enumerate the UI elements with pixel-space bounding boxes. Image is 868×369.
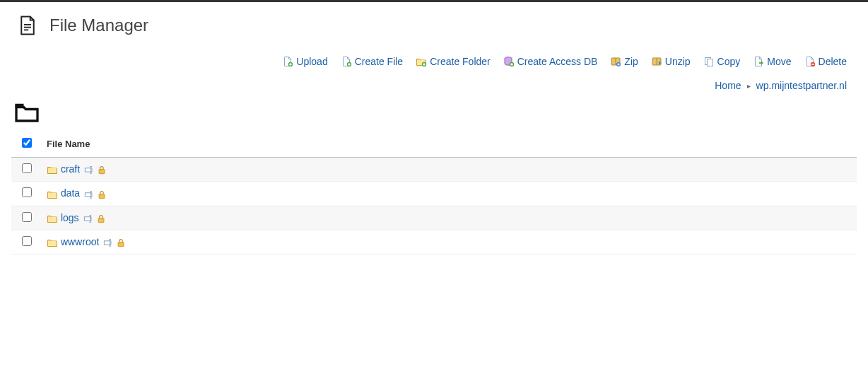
zip-label: Zip <box>624 56 638 67</box>
folder-link[interactable]: data <box>61 187 80 199</box>
rename-icon[interactable] <box>103 238 113 247</box>
delete-button[interactable]: Delete <box>804 56 847 67</box>
create-file-label: Create File <box>355 56 403 67</box>
folder-icon <box>47 213 58 224</box>
rename-icon[interactable] <box>84 189 94 199</box>
create-access-db-label: Create Access DB <box>517 56 598 67</box>
toolbar: Upload Create File Create Folder Create … <box>0 56 868 76</box>
table-row: craft <box>11 158 857 182</box>
folder-link[interactable]: craft <box>61 163 80 175</box>
select-all-header <box>11 132 42 158</box>
zip-button[interactable]: Zip <box>610 56 638 67</box>
page-title: File Manager <box>49 16 148 35</box>
folder-plus-icon <box>416 56 427 67</box>
lock-icon[interactable] <box>97 165 107 175</box>
breadcrumb-home[interactable]: Home <box>715 80 741 91</box>
create-folder-button[interactable]: Create Folder <box>416 56 491 67</box>
lock-icon[interactable] <box>96 213 106 223</box>
file-table: File Name craft data logs wwwroot <box>11 132 857 254</box>
file-manager-icon <box>17 15 38 36</box>
row-checkbox[interactable] <box>22 212 32 222</box>
breadcrumb-sep-icon: ▸ <box>747 82 751 90</box>
unzip-icon <box>651 56 662 67</box>
upload-button[interactable]: Upload <box>282 56 327 67</box>
current-folder-header <box>0 100 868 132</box>
breadcrumb: Home ▸ wp.mijntestpartner.nl <box>0 76 868 100</box>
table-row: data <box>11 182 857 206</box>
move-button[interactable]: Move <box>753 56 791 67</box>
folder-open-icon <box>11 100 42 125</box>
rename-icon[interactable] <box>83 213 93 223</box>
table-row: wwwroot <box>11 230 857 254</box>
breadcrumb-current[interactable]: wp.mijntestpartner.nl <box>756 80 847 91</box>
unzip-label: Unzip <box>665 56 691 67</box>
folder-link[interactable]: logs <box>61 212 79 223</box>
create-folder-label: Create Folder <box>430 56 491 67</box>
table-row: logs <box>11 206 857 230</box>
folder-icon <box>47 164 58 175</box>
move-label: Move <box>767 56 791 67</box>
folder-icon <box>47 189 58 200</box>
rename-icon[interactable] <box>84 165 94 175</box>
page-plus-icon <box>341 56 352 67</box>
folder-link[interactable]: wwwroot <box>61 236 99 247</box>
lock-icon[interactable] <box>116 238 126 247</box>
row-checkbox[interactable] <box>22 187 32 197</box>
row-checkbox[interactable] <box>22 163 32 173</box>
delete-icon <box>804 56 816 67</box>
create-access-db-button[interactable]: Create Access DB <box>503 56 598 67</box>
upload-label: Upload <box>296 56 327 67</box>
page-header: File Manager <box>0 2 868 56</box>
move-icon <box>753 56 764 67</box>
select-all-checkbox[interactable] <box>22 138 32 148</box>
delete-label: Delete <box>819 56 847 67</box>
row-checkbox[interactable] <box>22 236 32 246</box>
copy-label: Copy <box>717 56 741 67</box>
zip-icon <box>610 56 621 67</box>
create-file-button[interactable]: Create File <box>341 56 403 67</box>
filename-header[interactable]: File Name <box>42 132 857 158</box>
unzip-button[interactable]: Unzip <box>651 56 691 67</box>
folder-icon <box>47 237 58 248</box>
database-icon <box>503 56 515 67</box>
copy-button[interactable]: Copy <box>703 56 741 67</box>
lock-icon[interactable] <box>97 189 107 199</box>
page-plus-icon <box>282 56 293 67</box>
copy-icon <box>703 56 715 67</box>
